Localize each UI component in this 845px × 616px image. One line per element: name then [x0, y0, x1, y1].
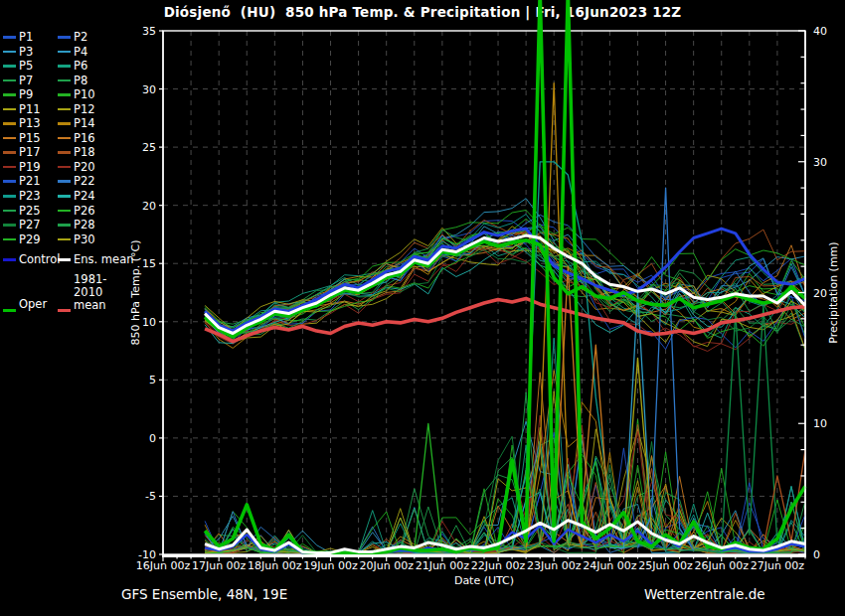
- y-left-tick-label: 15: [142, 257, 156, 270]
- y-right-tick-label: 30: [813, 156, 827, 169]
- y-right-tick-label: 20: [813, 287, 827, 300]
- x-tick-label: 27Jun 00z: [751, 559, 805, 572]
- x-tick-label: 23Jun 00z: [527, 559, 582, 572]
- y-left-axis-title: 850 hPa Temp. (°C): [129, 240, 142, 346]
- model-location-label: GFS Ensemble, 48N, 19E: [121, 586, 287, 602]
- meteogram-page: Diósjenő (HU) 850 hPa Temp. & Precipitat…: [0, 0, 845, 616]
- x-tick-label: 24Jun 00z: [583, 559, 637, 572]
- x-tick-label: 17Jun 00z: [192, 559, 247, 572]
- ensemble-member-precip-line: [205, 391, 805, 553]
- y-left-tick-label: 30: [142, 83, 156, 96]
- y-left-tick-label: -5: [145, 490, 156, 503]
- y-left-tick-label: -10: [138, 548, 156, 561]
- oper-precip-line: [205, 0, 805, 552]
- x-tick-label: 25Jun 00z: [638, 559, 693, 572]
- y-left-tick-label: 5: [149, 374, 156, 386]
- y-left-tick-label: 0: [149, 432, 156, 445]
- x-tick-label: 19Jun 00z: [303, 559, 358, 572]
- meteogram-plot: 16Jun 00z17Jun 00z18Jun 00z19Jun 00z20Ju…: [0, 0, 845, 616]
- ensemble-member-precip-line: [205, 415, 805, 552]
- y-right-tick-label: 0: [813, 548, 820, 561]
- y-left-tick-label: 35: [142, 25, 156, 38]
- y-left-tick-label: 25: [142, 141, 156, 154]
- x-tick-label: 26Jun 00z: [695, 559, 750, 572]
- watermark-label: Wetterzentrale.de: [644, 586, 765, 602]
- y-left-tick-label: 20: [142, 200, 156, 213]
- x-axis-title: Date (UTC): [454, 574, 514, 587]
- y-left-tick-label: 10: [142, 316, 156, 329]
- x-tick-label: 20Jun 00z: [359, 559, 414, 572]
- x-tick-label: 22Jun 00z: [471, 559, 526, 572]
- x-tick-label: 18Jun 00z: [248, 559, 302, 572]
- ensemble-member-precip-line: [205, 419, 805, 552]
- x-tick-label: 21Jun 00z: [416, 559, 470, 572]
- y-right-tick-label: 10: [813, 417, 827, 430]
- y-right-axis-title: Precipitation (mm): [827, 241, 840, 343]
- y-right-tick-label: 40: [813, 25, 827, 38]
- ensemble-member-precip-line: [205, 338, 805, 552]
